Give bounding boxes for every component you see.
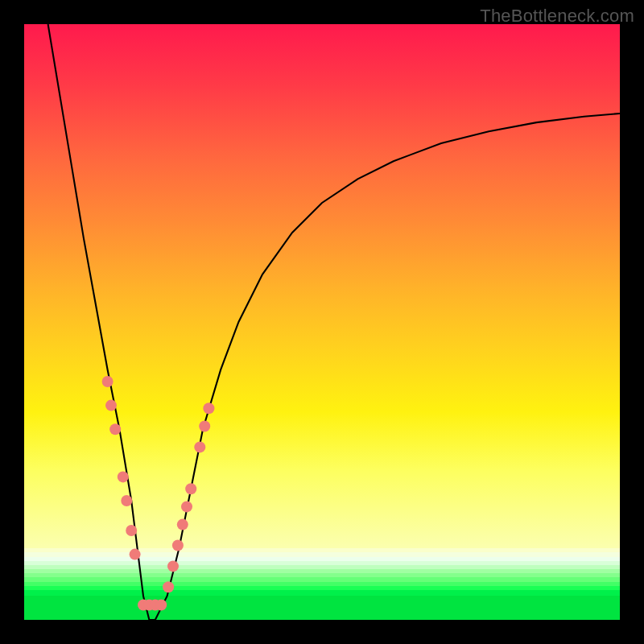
plot-area [24,24,620,620]
curve-marker [185,483,196,494]
curve-marker [172,540,184,551]
bottleneck-curve-svg [24,24,620,620]
curve-marker [126,525,137,536]
curve-marker [121,495,132,506]
curve-markers [102,376,215,611]
curve-marker [177,519,188,530]
curve-marker [181,501,192,512]
curve-marker [163,581,174,592]
curve-marker [199,421,210,432]
curve-marker [155,600,167,611]
curve-marker [109,423,121,435]
curve-marker [203,402,214,414]
curve-marker [130,549,141,560]
curve-marker [194,441,205,452]
curve-marker [167,560,179,572]
curve-marker [105,400,117,411]
curve-marker [102,376,114,387]
curve-marker [118,471,129,482]
chart-frame: TheBottleneck.com [0,0,644,644]
